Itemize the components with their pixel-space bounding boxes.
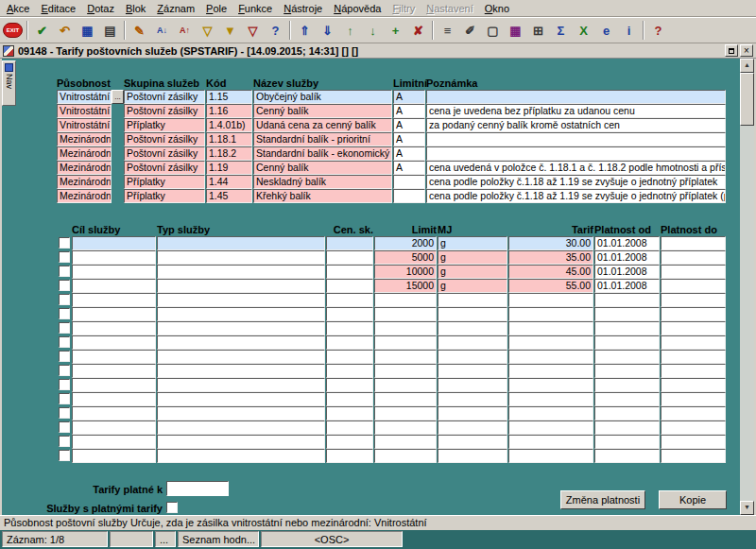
- pusobnost-field[interactable]: Vnitrostátní: [57, 104, 112, 118]
- kopie-button[interactable]: Kopie: [659, 490, 727, 509]
- tarif-field[interactable]: 35.00: [508, 250, 593, 265]
- row-select-checkbox[interactable]: [59, 322, 70, 334]
- row-select-checkbox[interactable]: [59, 379, 70, 390]
- calculator-button[interactable]: ⊞: [527, 20, 549, 42]
- nazev-field[interactable]: Standardní balík - prioritní: [253, 132, 392, 146]
- nav-tab[interactable]: Nav: [2, 60, 16, 106]
- poznamka-field[interactable]: [426, 90, 726, 104]
- cen-field[interactable]: [326, 435, 373, 449]
- limit-field[interactable]: [374, 293, 437, 307]
- cil-field[interactable]: [72, 321, 156, 335]
- sum-button[interactable]: Σ: [550, 20, 572, 42]
- cen-field[interactable]: [326, 265, 373, 279]
- od-field[interactable]: 01.01.2008: [594, 279, 660, 293]
- limit-field[interactable]: 15000: [374, 279, 437, 293]
- row-select-checkbox[interactable]: [59, 280, 70, 291]
- kod-field[interactable]: 1.44: [206, 175, 252, 189]
- cen-field[interactable]: [326, 321, 373, 335]
- prev-record-button[interactable]: ↑: [339, 20, 361, 42]
- do-field[interactable]: [661, 279, 726, 293]
- kod-field[interactable]: 1.4.01b): [206, 118, 252, 132]
- od-field[interactable]: [594, 350, 660, 364]
- cil-field[interactable]: [72, 364, 156, 378]
- menu-blok[interactable]: Blok: [120, 1, 151, 16]
- help-button[interactable]: ?: [647, 20, 669, 42]
- od-field[interactable]: [594, 321, 660, 335]
- row-select-checkbox[interactable]: [59, 365, 70, 376]
- poznamka-field[interactable]: cena podle položky č.1.18 až 1.19 se zvy…: [426, 189, 726, 203]
- next-record-button[interactable]: ↓: [362, 20, 384, 42]
- cen-field[interactable]: [326, 236, 373, 250]
- do-field[interactable]: [661, 378, 726, 392]
- cen-field[interactable]: [326, 350, 373, 364]
- menu-okno[interactable]: Okno: [479, 1, 515, 16]
- export-excel-button[interactable]: X: [573, 20, 594, 42]
- nazev-field[interactable]: Křehký balík: [253, 189, 392, 203]
- save-button[interactable]: ▦: [77, 20, 98, 42]
- do-field[interactable]: [661, 250, 726, 265]
- do-field[interactable]: [661, 265, 726, 279]
- do-field[interactable]: [661, 364, 726, 378]
- tarif-field[interactable]: [508, 350, 593, 364]
- od-field[interactable]: [594, 335, 660, 350]
- pusobnost-field[interactable]: Mezinárodní: [57, 175, 112, 189]
- cen-field[interactable]: [326, 449, 373, 463]
- kod-field[interactable]: 1.18.2: [206, 146, 252, 161]
- pusobnost-field[interactable]: Mezinárodní: [57, 161, 112, 175]
- do-field[interactable]: [661, 406, 726, 420]
- limit-field[interactable]: [374, 307, 437, 321]
- edit-field-button[interactable]: ✐: [459, 20, 481, 42]
- skupina-field[interactable]: Poštovní zásilky: [124, 146, 205, 161]
- menu-editace[interactable]: Editace: [35, 1, 81, 16]
- mj-field[interactable]: [438, 378, 507, 392]
- poznamka-field[interactable]: [426, 132, 726, 146]
- limit-field[interactable]: [374, 378, 437, 392]
- kod-field[interactable]: 1.45: [206, 189, 252, 203]
- menu-napoveda[interactable]: Nápověda: [328, 1, 387, 16]
- od-field[interactable]: [594, 378, 660, 392]
- limitni-field[interactable]: [393, 189, 425, 203]
- typ-field[interactable]: [157, 420, 325, 435]
- clear-record-button[interactable]: ✎: [129, 20, 150, 42]
- scrollbar-thumb[interactable]: [740, 73, 754, 126]
- tarif-field[interactable]: 55.00: [508, 279, 593, 293]
- mj-field[interactable]: [438, 364, 507, 378]
- do-field[interactable]: [661, 435, 726, 449]
- cen-field[interactable]: [326, 293, 373, 307]
- next-block-button[interactable]: ⇓: [317, 20, 338, 42]
- restore-button[interactable]: [725, 44, 738, 57]
- tarif-field[interactable]: 30.00: [508, 236, 593, 250]
- nazev-field[interactable]: Standardní balík - ekonomický: [253, 146, 392, 161]
- row-select-checkbox[interactable]: [59, 237, 70, 249]
- typ-field[interactable]: [157, 321, 325, 335]
- cen-field[interactable]: [326, 364, 373, 378]
- mj-field[interactable]: [438, 392, 507, 406]
- cil-field[interactable]: [72, 449, 156, 463]
- tarify-platne-k-input[interactable]: [166, 481, 229, 496]
- cil-field[interactable]: [72, 293, 156, 307]
- skupina-field[interactable]: Poštovní zásilky: [124, 104, 205, 118]
- kod-field[interactable]: 1.15: [206, 90, 252, 104]
- pusobnost-field[interactable]: Vnitrostátní: [57, 118, 112, 132]
- cil-field[interactable]: [72, 406, 156, 420]
- row-select-checkbox[interactable]: [59, 308, 70, 319]
- poznamka-field[interactable]: cena je uvedena bez příplatku za udanou …: [426, 104, 726, 118]
- cil-field[interactable]: [72, 236, 156, 250]
- tarif-field[interactable]: [508, 435, 593, 449]
- row-select-checkbox[interactable]: [59, 266, 70, 277]
- delete-record-button[interactable]: ✘: [407, 20, 429, 42]
- typ-field[interactable]: [157, 378, 325, 392]
- row-select-checkbox[interactable]: [59, 436, 70, 447]
- tarif-field[interactable]: [508, 307, 593, 321]
- limit-field[interactable]: [374, 392, 437, 406]
- od-field[interactable]: 01.01.2008: [594, 236, 660, 250]
- do-field[interactable]: [661, 307, 726, 321]
- poznamka-field[interactable]: [426, 146, 726, 161]
- cen-field[interactable]: [326, 250, 373, 265]
- sort-desc-button[interactable]: A↑: [174, 20, 196, 42]
- limit-field[interactable]: [374, 335, 437, 350]
- typ-field[interactable]: [157, 265, 325, 279]
- mj-field[interactable]: [438, 449, 507, 463]
- kod-field[interactable]: 1.18.1: [206, 132, 252, 146]
- limit-field[interactable]: [374, 364, 437, 378]
